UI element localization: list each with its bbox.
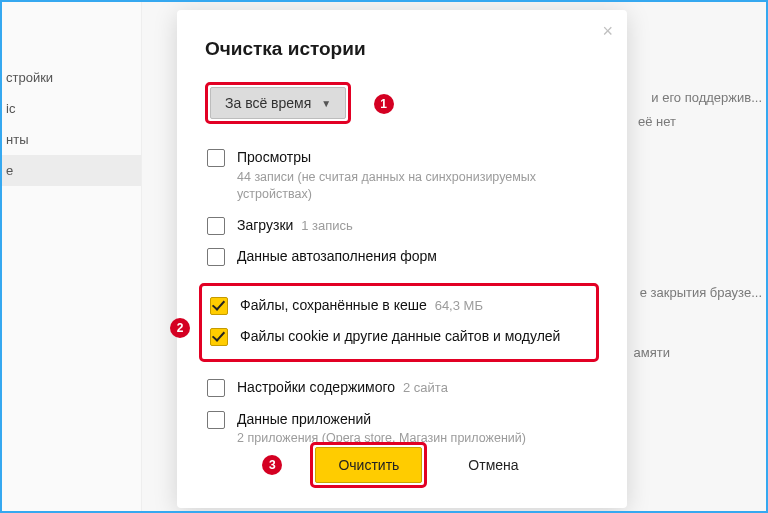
time-range-value: За всё время (225, 95, 311, 111)
sidebar-item: стройки (2, 62, 141, 93)
option-sub: 44 записи (не считая данных на синхрониз… (237, 169, 597, 204)
dialog-title: Очистка истории (205, 38, 599, 60)
checkbox[interactable] (207, 248, 225, 266)
option-label: Файлы, сохранённые в кеше (240, 297, 427, 313)
truncated-text (205, 273, 599, 281)
annotation-badge-3: 3 (262, 455, 282, 475)
option-label: Данные автозаполнения форм (237, 247, 437, 267)
sidebar-item: е (2, 155, 141, 186)
option-label: Файлы cookie и другие данные сайтов и мо… (240, 327, 560, 347)
option-sub: 1 запись (301, 218, 353, 233)
option-content-settings[interactable]: Настройки содержимого 2 сайта (205, 372, 599, 404)
cancel-button[interactable]: Отмена (445, 447, 541, 483)
option-autofill[interactable]: Данные автозаполнения форм (205, 241, 599, 273)
sidebar-item: іс (2, 93, 141, 124)
annotation-highlight-1: За всё время ▼ (205, 82, 351, 124)
options-list: Просмотры 44 записи (не считая данных на… (205, 142, 599, 454)
option-label: Загрузки (237, 217, 293, 233)
option-views[interactable]: Просмотры 44 записи (не считая данных на… (205, 142, 599, 210)
checkbox[interactable] (207, 411, 225, 429)
checkbox[interactable] (210, 297, 228, 315)
option-sub: 64,3 МБ (435, 298, 483, 313)
option-sub: 2 сайта (403, 380, 448, 395)
option-label: Просмотры (237, 149, 311, 165)
checkbox[interactable] (207, 149, 225, 167)
bg-text: е закрытия браузе... (640, 285, 762, 300)
option-label: Настройки содержимого (237, 379, 395, 395)
option-downloads[interactable]: Загрузки 1 запись (205, 210, 599, 242)
annotation-badge-1: 1 (374, 94, 394, 114)
option-cache[interactable]: Файлы, сохранённые в кеше 64,3 МБ (208, 290, 590, 322)
checkbox[interactable] (210, 328, 228, 346)
bg-text: её нет (638, 114, 676, 129)
checkbox[interactable] (207, 379, 225, 397)
annotation-highlight-3: Очистить (310, 442, 427, 488)
close-icon[interactable]: × (602, 22, 613, 40)
time-range-select[interactable]: За всё время ▼ (210, 87, 346, 119)
chevron-down-icon: ▼ (321, 98, 331, 109)
option-cookies[interactable]: Файлы cookie и другие данные сайтов и мо… (208, 321, 590, 353)
checkbox[interactable] (207, 217, 225, 235)
truncated-text (205, 364, 599, 372)
bg-text: амяти (634, 345, 670, 360)
option-label: Данные приложений (237, 411, 371, 427)
annotation-highlight-2: 2 Файлы, сохранённые в кеше 64,3 МБ Файл… (199, 283, 599, 362)
annotation-badge-2: 2 (170, 318, 190, 338)
clear-history-dialog: × Очистка истории За всё время ▼ 1 Просм… (177, 10, 627, 508)
background-sidebar: стройки іс нты е (2, 2, 142, 511)
sidebar-item: нты (2, 124, 141, 155)
bg-text: и его поддержив... (651, 90, 762, 105)
clear-button[interactable]: Очистить (315, 447, 422, 483)
dialog-footer: 3 Очистить Отмена (177, 442, 627, 488)
